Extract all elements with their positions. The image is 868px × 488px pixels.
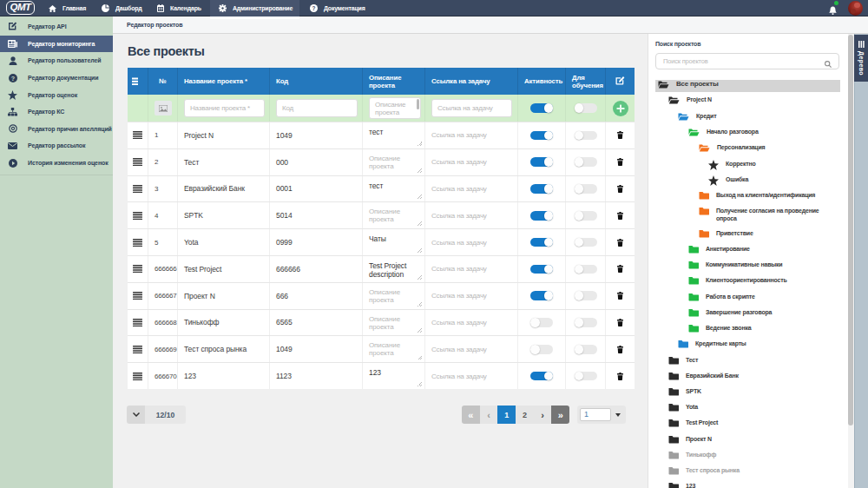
svg-text:?: ? [10,74,14,82]
svg-text:?: ? [312,5,316,11]
